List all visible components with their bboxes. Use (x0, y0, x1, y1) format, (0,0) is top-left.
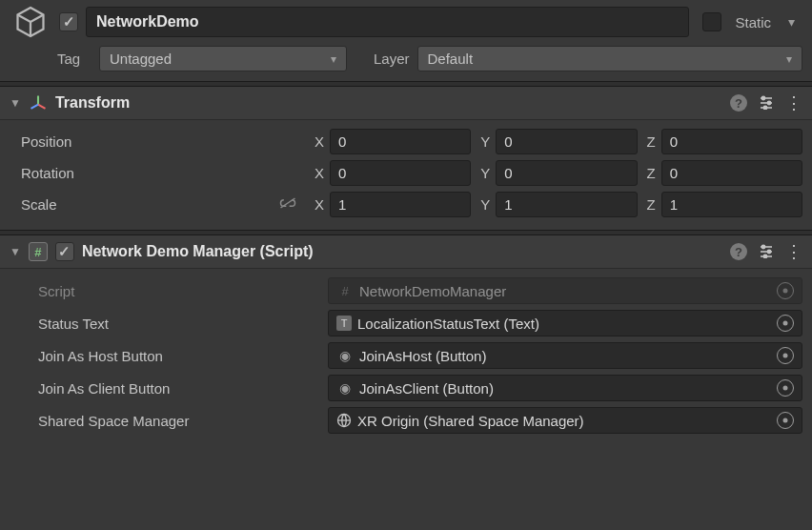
status-text-label: Status Text (38, 316, 322, 332)
help-icon[interactable]: ? (730, 94, 747, 112)
scale-label: Scale (21, 196, 305, 214)
status-text-row: Status Text T LocalizationStatusText (Te… (38, 307, 802, 339)
transform-properties: Position X Y Z Rotation X Y Z Scale (0, 120, 812, 230)
name-input[interactable] (86, 7, 689, 37)
foldout-arrow[interactable]: ▼ (10, 245, 21, 258)
x-label: X (315, 133, 324, 150)
layer-dropdown[interactable]: Default ▾ (417, 46, 802, 71)
join-host-row: Join As Host Button ◉ JoinAsHost (Button… (38, 339, 802, 372)
rotation-x-input[interactable] (330, 160, 471, 186)
static-checkbox[interactable] (702, 12, 721, 31)
x-label: X (315, 165, 324, 181)
gameobject-icon[interactable] (10, 6, 51, 38)
text-type-icon: T (336, 316, 352, 331)
inspector-panel: Static ▾ Tag Untagged ▾ Layer Default ▾ … (0, 0, 812, 446)
script-label: Script (38, 283, 322, 299)
svg-point-11 (761, 245, 764, 248)
layer-value: Default (428, 51, 474, 67)
status-text-value: LocalizationStatusText (Text) (357, 316, 765, 332)
shared-space-label: Shared Space Manager (38, 413, 322, 429)
script-icon: # (29, 242, 48, 261)
button-type-icon: ◉ (336, 380, 354, 396)
foldout-arrow[interactable]: ▼ (10, 96, 21, 110)
object-picker-icon[interactable] (777, 347, 794, 364)
object-picker-icon[interactable] (777, 282, 794, 299)
object-picker-icon[interactable] (777, 379, 794, 397)
presets-icon[interactable] (759, 243, 774, 261)
svg-line-2 (30, 105, 38, 109)
position-y-input[interactable] (496, 129, 637, 154)
z-label: Z (647, 196, 656, 213)
shared-space-row: Shared Space Manager XR Origin (Shared S… (38, 404, 802, 437)
transform-header[interactable]: ▼ Transform ? ⋮ (0, 87, 812, 120)
enabled-checkbox[interactable] (59, 12, 78, 31)
rotation-label: Rotation (21, 165, 305, 181)
object-picker-icon[interactable] (777, 315, 794, 332)
position-label: Position (21, 133, 305, 150)
transform-title: Transform (55, 94, 722, 112)
x-label: X (315, 196, 324, 213)
join-host-value: JoinAsHost (Button) (359, 348, 765, 364)
tag-dropdown[interactable]: Untagged ▾ (99, 46, 347, 71)
join-host-field[interactable]: ◉ JoinAsHost (Button) (328, 342, 802, 369)
scale-y-input[interactable] (496, 192, 637, 217)
constrain-proportions-icon[interactable] (278, 196, 297, 214)
scale-z-input[interactable] (661, 192, 802, 217)
tag-layer-row: Tag Untagged ▾ Layer Default ▾ (0, 42, 812, 81)
rotation-row: Rotation X Y Z (21, 157, 802, 189)
join-client-row: Join As Client Button ◉ JoinAsClient (Bu… (38, 372, 802, 404)
chevron-down-icon: ▾ (331, 52, 336, 66)
button-type-icon: ◉ (336, 348, 354, 363)
status-text-field[interactable]: T LocalizationStatusText (Text) (328, 310, 802, 336)
shared-space-value: XR Origin (Shared Space Manager) (357, 413, 765, 429)
svg-point-6 (767, 101, 770, 104)
position-x-input[interactable] (330, 129, 471, 154)
tag-label: Tag (57, 51, 91, 67)
static-dropdown-arrow[interactable]: ▾ (781, 14, 802, 30)
chevron-down-icon: ▾ (786, 52, 792, 66)
layer-label: Layer (374, 51, 410, 67)
scale-x-input[interactable] (330, 192, 471, 217)
svg-point-4 (761, 96, 764, 99)
network-demo-manager-title: Network Demo Manager (Script) (82, 243, 722, 260)
svg-point-15 (763, 255, 766, 257)
transform-icon (29, 93, 48, 112)
object-picker-icon[interactable] (777, 412, 794, 429)
menu-icon[interactable]: ⋮ (785, 92, 802, 113)
join-client-label: Join As Client Button (38, 380, 322, 397)
rotation-y-input[interactable] (496, 160, 637, 186)
join-client-field[interactable]: ◉ JoinAsClient (Button) (328, 375, 802, 401)
script-field: # NetworkDemoManager (328, 277, 802, 304)
rotation-z-input[interactable] (661, 160, 802, 186)
position-z-input[interactable] (661, 129, 802, 154)
help-icon[interactable]: ? (730, 243, 747, 260)
menu-icon[interactable]: ⋮ (785, 241, 802, 262)
network-demo-manager-header[interactable]: ▼ # Network Demo Manager (Script) ? ⋮ (0, 235, 812, 269)
position-row: Position X Y Z (21, 126, 802, 157)
z-label: Z (647, 133, 656, 150)
join-client-value: JoinAsClient (Button) (359, 380, 765, 397)
script-row: Script # NetworkDemoManager (38, 275, 802, 307)
component-type-icon (336, 413, 352, 428)
tag-value: Untagged (110, 51, 172, 67)
y-label: Y (480, 165, 490, 181)
static-label: Static (735, 14, 771, 31)
network-demo-manager-properties: Script # NetworkDemoManager Status Text … (0, 269, 812, 446)
shared-space-field[interactable]: XR Origin (Shared Space Manager) (328, 407, 802, 434)
svg-point-8 (763, 106, 766, 109)
csharp-icon: # (336, 284, 354, 298)
y-label: Y (480, 196, 490, 213)
presets-icon[interactable] (759, 94, 774, 112)
z-label: Z (647, 165, 656, 181)
svg-line-1 (38, 105, 46, 109)
component-enabled-checkbox[interactable] (55, 242, 74, 261)
y-label: Y (480, 133, 490, 150)
svg-point-13 (767, 250, 770, 253)
join-host-label: Join As Host Button (38, 348, 322, 364)
scale-row: Scale X Y Z (21, 189, 802, 220)
gameobject-header: Static ▾ (0, 0, 812, 42)
script-value: NetworkDemoManager (359, 283, 765, 299)
